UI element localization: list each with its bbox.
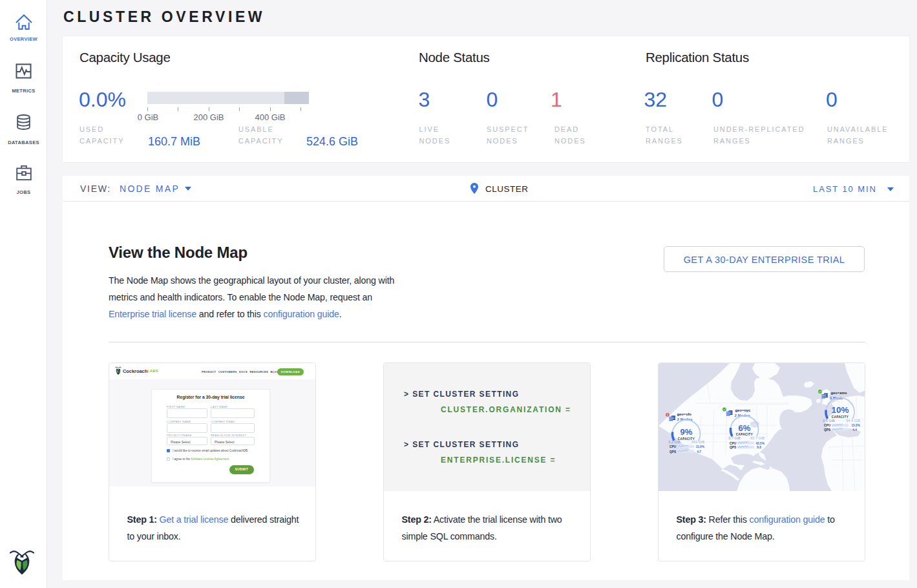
svg-text:11.0%: 11.0% xyxy=(696,445,705,448)
svg-text:6%: 6% xyxy=(739,423,751,433)
svg-text:QPS: QPS xyxy=(669,450,677,454)
svg-text:3.7 GiB: 3.7 GiB xyxy=(728,436,741,440)
svg-text:13.3%: 13.3% xyxy=(851,424,860,427)
svg-text:42.5%: 42.5% xyxy=(755,442,764,445)
svg-text:10%: 10% xyxy=(831,405,848,415)
svg-text:8.8: 8.8 xyxy=(757,446,761,449)
svg-text:CAPACITY: CAPACITY xyxy=(832,415,848,419)
svg-text:3.2 GiB: 3.2 GiB xyxy=(668,440,680,444)
svg-text:geo=ams: geo=ams xyxy=(831,391,847,395)
svg-text:3.6 GiB: 3.6 GiB xyxy=(823,419,835,423)
svg-text:4.7: 4.7 xyxy=(697,450,701,454)
svg-text:CPU: CPU xyxy=(669,445,677,448)
svg-text:54.4 GiB: 54.4 GiB xyxy=(846,419,860,423)
svg-text:geo=sfo: geo=sfo xyxy=(677,412,692,416)
svg-text:QPS: QPS xyxy=(824,428,831,432)
svg-text:CPU: CPU xyxy=(730,442,737,445)
svg-text:CPU: CPU xyxy=(824,424,831,427)
svg-text:353 GiB: 353 GiB xyxy=(691,440,704,444)
svg-text:QPS: QPS xyxy=(730,446,737,449)
svg-text:9%: 9% xyxy=(680,427,693,437)
svg-text:65.7 GiB: 65.7 GiB xyxy=(750,436,764,440)
svg-text:geo=nyc: geo=nyc xyxy=(735,408,751,412)
svg-text:4.4: 4.4 xyxy=(852,428,857,432)
